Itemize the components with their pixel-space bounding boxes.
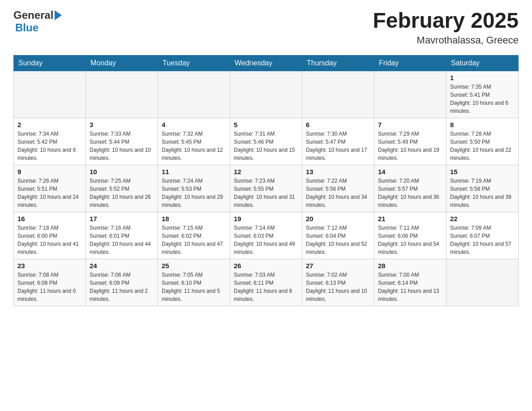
sunset-text: Sunset: 6:06 PM bbox=[378, 233, 418, 239]
sunrise-text: Sunrise: 7:05 AM bbox=[162, 272, 202, 278]
day-number: 14 bbox=[378, 168, 442, 176]
calendar-header-row: Sunday Monday Tuesday Wednesday Thursday… bbox=[14, 55, 519, 71]
col-thursday: Thursday bbox=[302, 55, 374, 71]
day-number: 24 bbox=[90, 262, 154, 270]
daylight-text: Daylight: 10 hours and 54 minutes. bbox=[378, 241, 439, 255]
day-number: 8 bbox=[450, 121, 515, 128]
day-number: 5 bbox=[234, 121, 298, 128]
table-row: 27Sunrise: 7:02 AMSunset: 6:13 PMDayligh… bbox=[302, 259, 374, 306]
daylight-text: Daylight: 10 hours and 24 minutes. bbox=[17, 194, 79, 208]
calendar-week-row: 1Sunrise: 7:35 AMSunset: 5:41 PMDaylight… bbox=[14, 71, 519, 118]
daylight-text: Daylight: 10 hours and 10 minutes. bbox=[90, 147, 151, 161]
sunset-text: Sunset: 6:13 PM bbox=[306, 280, 346, 286]
sunrise-text: Sunrise: 7:24 AM bbox=[162, 178, 202, 184]
table-row bbox=[230, 71, 302, 118]
day-number: 26 bbox=[234, 262, 298, 270]
daylight-text: Daylight: 10 hours and 36 minutes. bbox=[378, 194, 439, 208]
day-info: Sunrise: 7:19 AMSunset: 5:58 PMDaylight:… bbox=[450, 177, 515, 209]
sunrise-text: Sunrise: 7:06 AM bbox=[90, 272, 130, 278]
day-info: Sunrise: 7:14 AMSunset: 6:03 PMDaylight:… bbox=[234, 224, 298, 256]
daylight-text: Daylight: 10 hours and 8 minutes. bbox=[17, 147, 76, 161]
sunrise-text: Sunrise: 7:20 AM bbox=[378, 178, 419, 184]
sunset-text: Sunset: 6:01 PM bbox=[90, 233, 129, 239]
sunset-text: Sunset: 5:45 PM bbox=[162, 139, 202, 145]
day-number: 18 bbox=[162, 215, 226, 223]
sunrise-text: Sunrise: 7:00 AM bbox=[378, 272, 419, 278]
daylight-text: Daylight: 10 hours and 15 minutes. bbox=[234, 147, 295, 161]
day-number: 27 bbox=[306, 262, 370, 270]
day-number: 4 bbox=[162, 121, 226, 128]
table-row: 6Sunrise: 7:30 AMSunset: 5:47 PMDaylight… bbox=[302, 118, 374, 165]
day-info: Sunrise: 7:32 AMSunset: 5:45 PMDaylight:… bbox=[162, 130, 226, 162]
sunrise-text: Sunrise: 7:11 AM bbox=[378, 225, 419, 231]
day-number: 17 bbox=[90, 215, 154, 223]
table-row: 20Sunrise: 7:12 AMSunset: 6:04 PMDayligh… bbox=[302, 212, 374, 259]
daylight-text: Daylight: 10 hours and 41 minutes. bbox=[17, 241, 79, 255]
calendar-week-row: 23Sunrise: 7:08 AMSunset: 6:08 PMDayligh… bbox=[14, 259, 519, 306]
day-number: 3 bbox=[90, 121, 154, 128]
day-info: Sunrise: 7:16 AMSunset: 6:01 PMDaylight:… bbox=[90, 224, 154, 256]
sunset-text: Sunset: 5:52 PM bbox=[90, 186, 129, 192]
table-row: 5Sunrise: 7:31 AMSunset: 5:46 PMDaylight… bbox=[230, 118, 302, 165]
day-number: 1 bbox=[450, 74, 515, 81]
logo: General Blue bbox=[13, 9, 62, 34]
daylight-text: Daylight: 10 hours and 52 minutes. bbox=[306, 241, 367, 255]
day-number: 22 bbox=[450, 215, 515, 223]
daylight-text: Daylight: 10 hours and 47 minutes. bbox=[162, 241, 223, 255]
sunset-text: Sunset: 6:09 PM bbox=[90, 280, 129, 286]
day-number: 16 bbox=[17, 215, 82, 223]
day-number: 23 bbox=[17, 262, 82, 270]
col-wednesday: Wednesday bbox=[230, 55, 302, 71]
col-monday: Monday bbox=[86, 55, 158, 71]
logo-triangle-icon bbox=[55, 10, 62, 20]
table-row: 23Sunrise: 7:08 AMSunset: 6:08 PMDayligh… bbox=[14, 259, 86, 306]
day-number: 13 bbox=[306, 168, 370, 176]
table-row: 22Sunrise: 7:09 AMSunset: 6:07 PMDayligh… bbox=[446, 212, 519, 259]
sunrise-text: Sunrise: 7:35 AM bbox=[450, 84, 491, 90]
day-number: 21 bbox=[378, 215, 442, 223]
table-row bbox=[158, 71, 230, 118]
sunrise-text: Sunrise: 7:25 AM bbox=[90, 178, 130, 184]
calendar-week-row: 2Sunrise: 7:34 AMSunset: 5:42 PMDaylight… bbox=[14, 118, 519, 165]
col-tuesday: Tuesday bbox=[158, 55, 230, 71]
day-number: 20 bbox=[306, 215, 370, 223]
daylight-text: Daylight: 10 hours and 17 minutes. bbox=[306, 147, 367, 161]
daylight-text: Daylight: 11 hours and 5 minutes. bbox=[162, 288, 220, 302]
day-info: Sunrise: 7:09 AMSunset: 6:07 PMDaylight:… bbox=[450, 224, 515, 256]
sunrise-text: Sunrise: 7:08 AM bbox=[17, 272, 58, 278]
logo-blue-text: Blue bbox=[15, 21, 39, 34]
day-info: Sunrise: 7:26 AMSunset: 5:51 PMDaylight:… bbox=[17, 177, 82, 209]
day-info: Sunrise: 7:25 AMSunset: 5:52 PMDaylight:… bbox=[90, 177, 154, 209]
sunset-text: Sunset: 6:14 PM bbox=[378, 280, 418, 286]
sunrise-text: Sunrise: 7:30 AM bbox=[306, 131, 347, 137]
day-number: 9 bbox=[17, 168, 82, 176]
table-row: 2Sunrise: 7:34 AMSunset: 5:42 PMDaylight… bbox=[14, 118, 86, 165]
sunset-text: Sunset: 6:11 PM bbox=[234, 280, 274, 286]
day-info: Sunrise: 7:06 AMSunset: 6:09 PMDaylight:… bbox=[90, 271, 154, 303]
table-row: 21Sunrise: 7:11 AMSunset: 6:06 PMDayligh… bbox=[374, 212, 446, 259]
sunrise-text: Sunrise: 7:26 AM bbox=[17, 178, 58, 184]
sunrise-text: Sunrise: 7:23 AM bbox=[234, 178, 275, 184]
sunset-text: Sunset: 6:02 PM bbox=[162, 233, 202, 239]
day-number: 12 bbox=[234, 168, 298, 176]
sunrise-text: Sunrise: 7:14 AM bbox=[234, 225, 275, 231]
sunrise-text: Sunrise: 7:29 AM bbox=[378, 131, 419, 137]
table-row: 14Sunrise: 7:20 AMSunset: 5:57 PMDayligh… bbox=[374, 165, 446, 212]
table-row: 7Sunrise: 7:29 AMSunset: 5:49 PMDaylight… bbox=[374, 118, 446, 165]
table-row: 12Sunrise: 7:23 AMSunset: 5:55 PMDayligh… bbox=[230, 165, 302, 212]
table-row: 24Sunrise: 7:06 AMSunset: 6:09 PMDayligh… bbox=[86, 259, 158, 306]
day-number: 2 bbox=[17, 121, 82, 128]
table-row: 1Sunrise: 7:35 AMSunset: 5:41 PMDaylight… bbox=[446, 71, 519, 118]
day-info: Sunrise: 7:08 AMSunset: 6:08 PMDaylight:… bbox=[17, 271, 82, 303]
sunrise-text: Sunrise: 7:15 AM bbox=[162, 225, 202, 231]
sunset-text: Sunset: 6:07 PM bbox=[450, 233, 490, 239]
page-header: General Blue February 2025 Mavrothalassa… bbox=[13, 9, 519, 46]
title-section: February 2025 Mavrothalassa, Greece bbox=[373, 9, 519, 46]
sunset-text: Sunset: 5:42 PM bbox=[17, 139, 57, 145]
table-row: 25Sunrise: 7:05 AMSunset: 6:10 PMDayligh… bbox=[158, 259, 230, 306]
daylight-text: Daylight: 11 hours and 2 minutes. bbox=[90, 288, 148, 302]
daylight-text: Daylight: 10 hours and 44 minutes. bbox=[90, 241, 151, 255]
col-saturday: Saturday bbox=[446, 55, 519, 71]
day-info: Sunrise: 7:30 AMSunset: 5:47 PMDaylight:… bbox=[306, 130, 370, 162]
day-number: 10 bbox=[90, 168, 154, 176]
